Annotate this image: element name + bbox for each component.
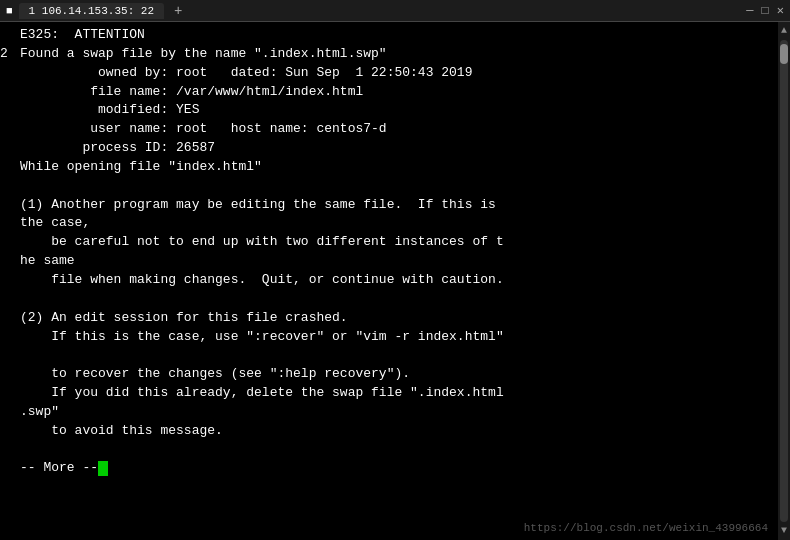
scrollbar[interactable]: ▲ ▼ [778, 22, 790, 540]
line-21: .swp" [20, 403, 770, 422]
line-12: be careful not to end up with two differ… [20, 233, 770, 252]
tab-label: 1 106.14.153.35: 22 [29, 5, 154, 17]
title-bar: ■ 1 106.14.153.35: 22 + ─ □ ✕ [0, 0, 790, 22]
line-13: he same [20, 252, 770, 271]
line-7: process ID: 26587 [20, 139, 770, 158]
scroll-down-arrow[interactable]: ▼ [781, 524, 787, 538]
scroll-up-arrow[interactable]: ▲ [781, 24, 787, 38]
watermark: https://blog.csdn.net/weixin_43996664 [524, 522, 768, 534]
scrollbar-track[interactable] [780, 40, 788, 522]
terminal-window: ■ 1 106.14.153.35: 22 + ─ □ ✕ 2 E325: AT… [0, 0, 790, 540]
terminal-cursor [98, 461, 108, 476]
line-14: file when making changes. Quit, or conti… [20, 271, 770, 290]
scrollbar-thumb[interactable] [780, 44, 788, 64]
line-23-blank [20, 441, 770, 460]
line-5: modified: YES [20, 101, 770, 120]
line-8: While opening file "index.html" [20, 158, 770, 177]
line-20: If you did this already, delete the swap… [20, 384, 770, 403]
close-button[interactable]: ✕ [777, 3, 784, 18]
minimize-button[interactable]: ─ [746, 4, 753, 18]
line-19: to recover the changes (see ":help recov… [20, 365, 770, 384]
maximize-button[interactable]: □ [762, 4, 769, 18]
line-11: the case, [20, 214, 770, 233]
line-gutter: 2 [0, 22, 16, 540]
line-18-blank [20, 346, 770, 365]
line-2: Found a swap file by the name ".index.ht… [20, 45, 770, 64]
line-9-blank [20, 177, 770, 196]
line-10: (1) Another program may be editing the s… [20, 196, 770, 215]
main-area: 2 E325: ATTENTION Found a swap file by t… [0, 22, 790, 540]
more-text: -- More -- [20, 459, 98, 478]
line-16: (2) An edit session for this file crashe… [20, 309, 770, 328]
line-15-blank [20, 290, 770, 309]
title-tab[interactable]: 1 106.14.153.35: 22 [19, 3, 164, 19]
line-22: to avoid this message. [20, 422, 770, 441]
terminal-output[interactable]: E325: ATTENTION Found a swap file by the… [16, 22, 778, 540]
line-3: owned by: root dated: Sun Sep 1 22:50:43… [20, 64, 770, 83]
title-bar-controls: ─ □ ✕ [746, 3, 784, 18]
terminal-icon: ■ [6, 5, 13, 17]
more-prompt: -- More -- [20, 459, 770, 478]
line-4: file name: /var/www/html/index.html [20, 83, 770, 102]
new-tab-button[interactable]: + [174, 3, 182, 19]
line-17: If this is the case, use ":recover" or "… [20, 328, 770, 347]
line-6: user name: root host name: centos7-d [20, 120, 770, 139]
line-1: E325: ATTENTION [20, 26, 770, 45]
title-bar-left: ■ 1 106.14.153.35: 22 + [6, 3, 182, 19]
